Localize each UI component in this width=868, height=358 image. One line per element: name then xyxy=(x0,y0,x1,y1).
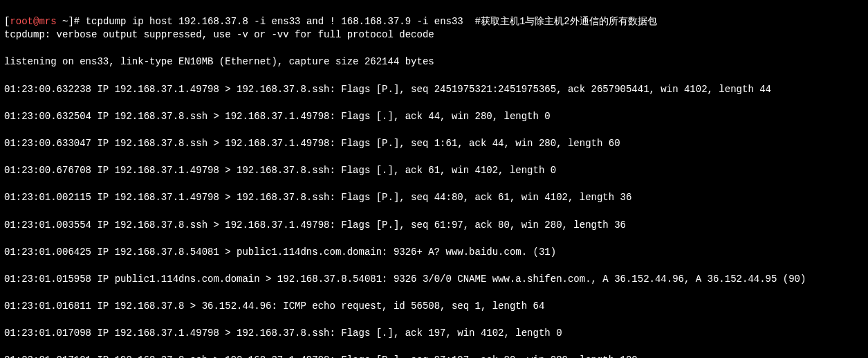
output-line: 01:23:01.006425 IP 192.168.37.8.54081 > … xyxy=(4,246,864,260)
output-line: 01:23:00.632504 IP 192.168.37.8.ssh > 19… xyxy=(4,110,864,124)
output-line: listening on ens33, link-type EN10MB (Et… xyxy=(4,55,864,69)
output-line: 01:23:00.633047 IP 192.168.37.8.ssh > 19… xyxy=(4,137,864,151)
prompt-host: mrs xyxy=(39,16,56,27)
prompt-line: [root@mrs ~]# tcpdump ip host 192.168.37… xyxy=(4,16,657,27)
command-text: tcpdump ip host 192.168.37.8 -i ens33 an… xyxy=(86,16,463,27)
output-line: 01:23:00.676708 IP 192.168.37.1.49798 > … xyxy=(4,164,864,178)
output-line: 01:23:01.015958 IP public1.114dns.com.do… xyxy=(4,273,864,287)
output-line: 01:23:01.017098 IP 192.168.37.1.49798 > … xyxy=(4,327,864,341)
terminal-window[interactable]: [root@mrs ~]# tcpdump ip host 192.168.37… xyxy=(0,0,868,358)
output-line: 01:23:01.017101 IP 192.168.37.8.ssh > 19… xyxy=(4,354,864,358)
output-line: 01:23:01.016811 IP 192.168.37.8 > 36.152… xyxy=(4,300,864,314)
output-line: 01:23:01.002115 IP 192.168.37.1.49798 > … xyxy=(4,191,864,205)
command-comment: #获取主机1与除主机2外通信的所有数据包 xyxy=(463,16,657,27)
output-line: 01:23:00.632238 IP 192.168.37.1.49798 > … xyxy=(4,83,864,97)
output-line: 01:23:01.003554 IP 192.168.37.8.ssh > 19… xyxy=(4,219,864,233)
prompt-close-bracket: ]# xyxy=(68,16,85,27)
prompt-path: ~ xyxy=(57,16,68,27)
prompt-user: root xyxy=(10,16,33,27)
output-line: tcpdump: verbose output suppressed, use … xyxy=(4,28,864,42)
